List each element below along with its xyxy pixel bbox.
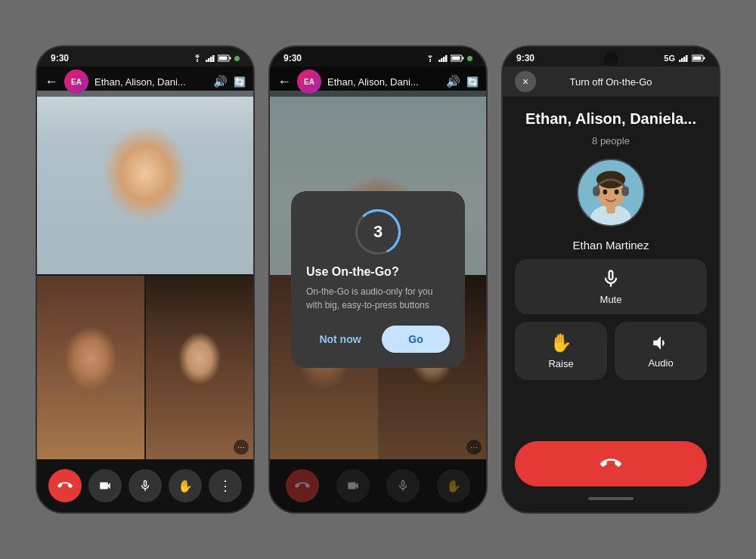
dialog-buttons: Not now Go	[306, 326, 450, 353]
call-header-icons-1: 🔊 🔄	[213, 75, 246, 88]
call-avatar-1: EA	[64, 69, 88, 94]
volume-icon-2[interactable]: 🔊	[446, 75, 460, 88]
svg-rect-12	[445, 55, 448, 62]
battery-icon-2	[451, 54, 464, 62]
battery-icon-3	[692, 54, 705, 62]
phone-1: 9:30	[36, 45, 255, 514]
time-1: 9:30	[51, 53, 69, 63]
call-name-2: Ethan, Alison, Dani...	[327, 76, 440, 88]
participant-face-svg	[578, 159, 643, 227]
dialog-title: Use On-the-Go?	[306, 265, 450, 279]
svg-rect-10	[441, 58, 443, 62]
svg-point-33	[615, 190, 619, 195]
audio-icon-3	[651, 333, 671, 353]
dialog-overlay-2: 3 Use On-the-Go? On-the-Go is audio-only…	[270, 47, 486, 512]
audio-button-3[interactable]: Audio	[615, 322, 707, 380]
svg-rect-22	[693, 57, 702, 60]
end-call-button-3[interactable]	[515, 441, 707, 486]
call-header-1: ← EA Ethan, Alison, Dani... 🔊 🔄	[37, 66, 253, 97]
signal-icon-1	[206, 54, 215, 62]
svg-rect-6	[230, 57, 231, 60]
green-dot-2	[467, 56, 472, 61]
participant-avatar-3	[577, 159, 645, 227]
flip-camera-icon-1[interactable]: 🔄	[234, 76, 246, 88]
svg-point-8	[429, 61, 431, 63]
svg-rect-1	[206, 60, 208, 62]
svg-rect-3	[210, 57, 212, 62]
wifi-icon-2	[425, 54, 435, 62]
phone3-main-content: Ethan, Alison, Daniela... 8 people	[503, 98, 719, 512]
svg-point-32	[603, 190, 607, 195]
close-button-3[interactable]: ×	[515, 71, 536, 92]
volume-icon-1[interactable]: 🔊	[213, 75, 228, 88]
svg-rect-17	[681, 58, 683, 62]
people-count-3: 8 people	[592, 135, 630, 147]
person2-video	[37, 276, 144, 459]
notch-3	[603, 51, 618, 66]
flip-camera-icon-2[interactable]: 🔄	[466, 76, 479, 88]
time-2: 9:30	[284, 53, 302, 63]
phone-end-icon-1	[57, 478, 73, 493]
svg-rect-30	[593, 186, 600, 196]
video-cell-bl-1	[37, 276, 144, 459]
status-bar-2: 9:30	[270, 47, 486, 66]
mic-icon-1	[138, 479, 152, 493]
svg-rect-11	[443, 57, 445, 62]
group-name-3: Ethan, Alison, Daniela...	[515, 110, 707, 128]
mute-button-3[interactable]: Mute	[515, 259, 707, 314]
signal-icon-3	[678, 54, 689, 62]
action-row-3: ✋ Raise Audio	[515, 322, 707, 380]
svg-rect-15	[452, 57, 460, 60]
svg-rect-4	[212, 55, 215, 62]
audio-label-3: Audio	[648, 357, 673, 369]
call-avatar-2: EA	[297, 69, 321, 94]
video-grid-1: ⋯	[37, 91, 253, 459]
p3-signal-area: 5G	[664, 54, 705, 63]
svg-rect-31	[621, 186, 629, 196]
raise-label-3: Raise	[548, 358, 573, 369]
green-dot-1	[234, 56, 240, 61]
phone-2: 9:30 ← EA Ethan,	[268, 45, 488, 514]
status-icons-2	[425, 54, 472, 62]
camera-icon-1	[98, 479, 112, 493]
svg-rect-9	[438, 60, 441, 62]
participant-name-3: Ethan Martinez	[573, 239, 649, 252]
back-button-2[interactable]: ←	[277, 74, 291, 90]
svg-point-0	[197, 61, 198, 63]
raise-hand-button-1[interactable]: ✋	[169, 469, 202, 502]
svg-rect-21	[704, 57, 705, 60]
hand-icon-1: ✋	[178, 479, 193, 493]
dialog-description: On-the-Go is audio-only for you with big…	[306, 285, 450, 312]
more-participants-icon-1: ⋯	[234, 440, 249, 455]
camera-button-1[interactable]	[88, 469, 122, 502]
more-button-1[interactable]: ⋮	[209, 469, 242, 502]
more-icon-1: ⋮	[218, 477, 232, 494]
p3-5g-label: 5G	[664, 54, 675, 63]
mic-button-1[interactable]	[129, 469, 162, 502]
video-cell-top-1	[37, 91, 253, 274]
battery-icon-1	[218, 54, 231, 62]
call-controls-1: ✋ ⋮	[37, 459, 253, 512]
video-bottom-row-1: ⋯	[37, 276, 253, 459]
countdown-circle: 3	[355, 209, 401, 255]
call-header-icons-2: 🔊 🔄	[446, 75, 479, 88]
phone-3: 9:30 5G × Turn off On-the-Go Ethan, Alis…	[501, 45, 720, 514]
countdown-number: 3	[373, 222, 383, 242]
end-call-button-1[interactable]	[48, 469, 82, 502]
home-bar-3	[588, 497, 634, 500]
not-now-button[interactable]: Not now	[306, 326, 374, 353]
back-button-1[interactable]: ←	[45, 74, 58, 90]
wifi-icon-1	[192, 54, 203, 62]
svg-rect-18	[683, 57, 686, 62]
status-icons-1	[192, 54, 240, 62]
call-header-2: ← EA Ethan, Alison, Dani... 🔊 🔄	[270, 66, 486, 97]
mute-icon-3	[600, 268, 621, 289]
phone3-header-bar: × Turn off On-the-Go	[503, 66, 719, 97]
end-call-icon-3	[600, 453, 621, 474]
time-3: 9:30	[516, 53, 534, 63]
go-button[interactable]: Go	[382, 326, 450, 353]
svg-rect-7	[219, 57, 228, 60]
raise-icon-3: ✋	[550, 332, 572, 354]
raise-button-3[interactable]: ✋ Raise	[515, 322, 607, 380]
svg-rect-14	[463, 57, 464, 60]
